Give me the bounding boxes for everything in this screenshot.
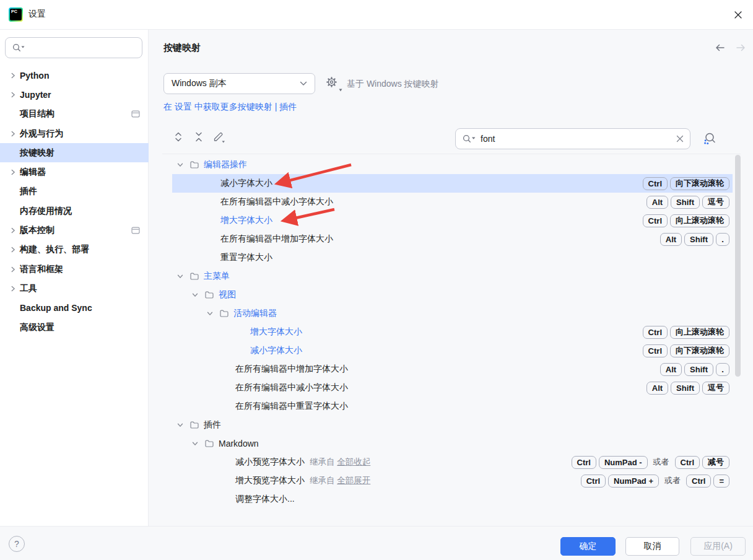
sidebar-item[interactable]: 按键映射: [0, 143, 149, 162]
keymap-tree-action[interactable]: 在所有编辑器中增加字体大小AltShift.: [162, 230, 741, 248]
chevron-down-icon[interactable]: [205, 308, 215, 318]
scrollbar-thumb[interactable]: [735, 155, 741, 377]
chevron-down-icon[interactable]: [190, 290, 200, 300]
keymap-scheme-select[interactable]: Windows 副本: [163, 73, 315, 94]
search-icon: [12, 43, 25, 53]
shortcut-keycap: Ctrl: [643, 326, 668, 339]
find-actions-by-shortcut-icon[interactable]: [702, 131, 718, 147]
keymap-tree-action[interactable]: 减小字体大小Ctrl向下滚动滚轮: [162, 341, 741, 360]
keymap-search-box[interactable]: [455, 128, 690, 149]
action-label: 增大字体大小: [220, 215, 272, 226]
get-more-keymaps-link[interactable]: 在 设置 中获取更多按键映射 | 插件: [163, 102, 297, 113]
action-label: 在所有编辑器中重置字体大小: [235, 401, 348, 412]
collapse-all-icon[interactable]: [191, 129, 206, 144]
keymap-tree-action[interactable]: 在所有编辑器中重置字体大小: [162, 397, 741, 416]
chevron-spacer: [7, 148, 19, 158]
sidebar-item-label: 内存使用情况: [20, 206, 72, 217]
sidebar-item[interactable]: Backup and Sync: [0, 299, 149, 318]
keymap-tree-folder[interactable]: 主菜单: [162, 267, 741, 286]
inherited-from-link[interactable]: 全部收起: [337, 457, 370, 466]
keymap-tree-folder[interactable]: 视图: [162, 286, 741, 304]
chevron-right-icon: [7, 90, 19, 100]
shortcut-keycap: Ctrl: [643, 177, 668, 190]
sidebar-item[interactable]: Jupyter: [0, 85, 149, 104]
sidebar-item[interactable]: Python: [0, 66, 149, 85]
sidebar-item[interactable]: 版本控制: [0, 221, 149, 240]
shortcut-keycap: .: [716, 233, 729, 246]
chevron-down-icon[interactable]: [175, 160, 185, 170]
shortcut-keycap: Shift: [671, 382, 700, 395]
action-label: 增大预览字体大小: [235, 475, 305, 486]
sidebar-item-label: Python: [20, 71, 49, 81]
expand-all-icon[interactable]: [171, 129, 186, 144]
sidebar-item[interactable]: 高级设置: [0, 318, 149, 337]
folder-icon: [189, 271, 199, 281]
history-nav: [714, 43, 746, 53]
shortcut-keycap: Alt: [646, 382, 668, 395]
chevron-right-icon: [7, 284, 19, 294]
ok-button[interactable]: 确定: [560, 537, 616, 556]
back-arrow-icon[interactable]: [714, 43, 725, 53]
window-title: 设置: [28, 9, 46, 20]
keymap-tree-action[interactable]: 增大字体大小Ctrl向上滚动滚轮: [162, 211, 741, 230]
keymap-tree-folder[interactable]: 插件: [162, 416, 741, 434]
inherited-from-link[interactable]: 全部展开: [337, 476, 370, 485]
keymap-tree-action[interactable]: 在所有编辑器中减小字体大小AltShift逗号: [162, 193, 741, 211]
keymap-tree-action[interactable]: 调整字体大小...: [162, 490, 741, 509]
window-titlebar: PC 设置: [0, 0, 753, 30]
or-label: 或者: [653, 457, 669, 468]
chevron-down-icon[interactable]: [175, 420, 185, 430]
keymap-tree-action[interactable]: 减小字体大小Ctrl向下滚动滚轮: [162, 174, 741, 193]
keymap-panel: 按键映射 Windows 副本 基于: [149, 30, 753, 526]
action-label: 在所有编辑器中增加字体大小: [235, 364, 348, 375]
keymap-tree-folder[interactable]: Markdown: [162, 434, 741, 453]
keymap-tree-action[interactable]: 在所有编辑器中增加字体大小AltShift.: [162, 360, 741, 378]
project-settings-icon: [131, 227, 140, 234]
keymap-tree-action[interactable]: 重置字体大小: [162, 248, 741, 267]
sidebar-item[interactable]: 构建、执行、部署: [0, 240, 149, 260]
keymap-tree-action[interactable]: 在所有编辑器中减小字体大小AltShift逗号: [162, 378, 741, 397]
sidebar-item[interactable]: 工具: [0, 279, 149, 298]
shortcut-keycap: NumPad -: [599, 456, 648, 469]
gear-icon[interactable]: [325, 76, 342, 92]
chevron-spacer: [7, 303, 19, 313]
keymap-tree-action[interactable]: 增大字体大小Ctrl向上滚动滚轮: [162, 323, 741, 341]
shortcut-keycap: Ctrl: [572, 456, 596, 469]
sidebar-item[interactable]: 外观与行为: [0, 124, 149, 143]
edit-shortcut-icon[interactable]: [212, 129, 227, 144]
action-label: 减小字体大小: [250, 345, 302, 356]
inherited-from: 继承自 全部展开: [310, 475, 370, 486]
keymap-search-input[interactable]: [481, 134, 672, 144]
action-label: 重置字体大小: [220, 252, 272, 263]
shortcut-keycap: Shift: [671, 196, 700, 209]
shortcut-keycap: .: [716, 363, 729, 376]
chevron-right-icon: [7, 245, 19, 255]
sidebar-item[interactable]: 项目结构: [0, 105, 149, 124]
keymap-tree-action[interactable]: 减小预览字体大小继承自 全部收起CtrlNumPad -或者Ctrl减号: [162, 453, 741, 471]
sidebar-item[interactable]: 内存使用情况: [0, 201, 149, 221]
search-icon: [462, 134, 477, 144]
settings-search-box[interactable]: [5, 37, 142, 58]
keymap-scheme-value: Windows 副本: [172, 78, 300, 89]
help-icon[interactable]: ?: [9, 536, 25, 552]
keymap-tree-action[interactable]: 增大预览字体大小继承自 全部展开CtrlNumPad +或者Ctrl=: [162, 471, 741, 490]
sidebar-item[interactable]: 语言和框架: [0, 260, 149, 279]
chevron-down-icon[interactable]: [175, 271, 185, 281]
keymap-tree-folder[interactable]: 编辑器操作: [162, 155, 741, 174]
chevron-right-icon: [7, 265, 19, 274]
chevron-down-icon[interactable]: [190, 439, 200, 448]
sidebar-item-label: Jupyter: [20, 90, 51, 100]
shortcut-keycap: Ctrl: [643, 344, 668, 357]
forward-arrow-icon[interactable]: [735, 43, 746, 53]
close-icon[interactable]: [732, 9, 744, 21]
based-on-label: 基于 Windows 按键映射: [347, 79, 439, 90]
sidebar-item-label: 插件: [20, 186, 37, 197]
settings-search-input[interactable]: [28, 43, 136, 53]
sidebar-item[interactable]: 插件: [0, 182, 149, 201]
sidebar-item[interactable]: 编辑器: [0, 162, 149, 182]
shortcut-keycap: Alt: [660, 233, 682, 246]
keymap-tree-folder[interactable]: 活动编辑器: [162, 304, 741, 323]
cancel-button[interactable]: 取消: [625, 537, 679, 556]
clear-search-icon[interactable]: [676, 135, 684, 142]
chevron-down-icon: [339, 89, 342, 92]
